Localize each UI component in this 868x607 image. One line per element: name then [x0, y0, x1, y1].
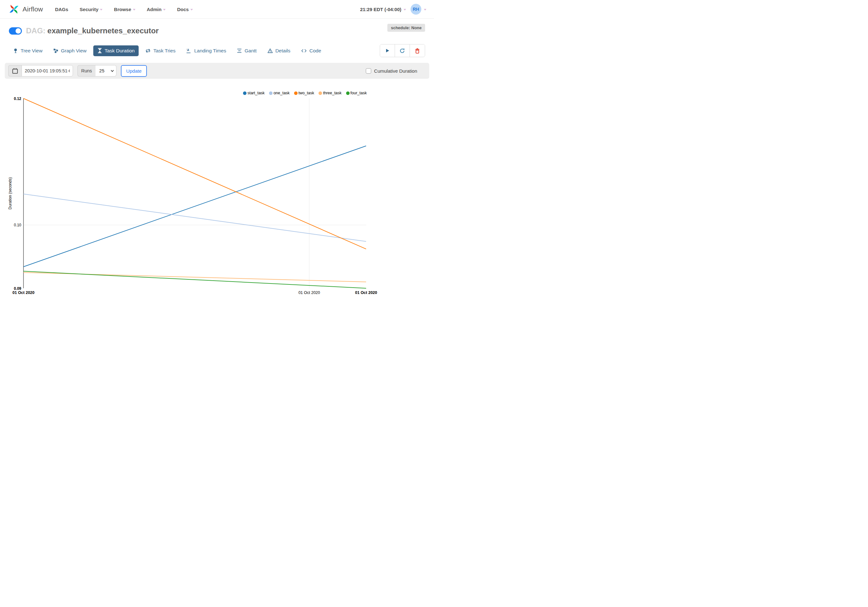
page-title: DAG:example_kubernetes_executor [26, 26, 159, 35]
tab-details[interactable]: Details [264, 45, 294, 56]
warning-triangle-icon [267, 48, 273, 53]
svg-text:✈: ✈ [186, 48, 191, 53]
airflow-brand[interactable]: Airflow [8, 3, 43, 15]
chevron-down-icon [163, 9, 166, 11]
code-brackets-icon [301, 48, 307, 53]
tab-task-duration[interactable]: Task Duration [93, 45, 139, 56]
airflow-pinwheel-icon [8, 3, 20, 15]
avatar[interactable]: RH [411, 4, 421, 15]
plane-landing-icon: ✈ [186, 48, 192, 53]
schedule-badge: schedule: None [388, 24, 425, 32]
nav-item-security[interactable]: Security [80, 7, 102, 12]
tab-code[interactable]: Code [297, 45, 325, 56]
play-icon [385, 48, 390, 53]
nav-item-browse[interactable]: Browse [114, 7, 135, 12]
x-tick-label: 01 Oct 2020 [12, 290, 34, 295]
repeat-icon [145, 48, 151, 53]
nav-item-docs[interactable]: Docs [177, 7, 193, 12]
series-line-four_task [23, 271, 366, 288]
toggle-knob [16, 28, 21, 34]
dag-name: example_kubernetes_executor [47, 26, 159, 35]
tab-graph-view[interactable]: Graph View [49, 45, 91, 56]
x-tick-label: 01 Oct 2020 [355, 290, 377, 295]
chevron-down-icon [403, 9, 406, 11]
y-tick-label: 0.10 [14, 223, 22, 227]
base-date-input[interactable] [22, 65, 73, 76]
y-axis-title: Duration (seconds) [8, 177, 12, 209]
hourglass-icon [98, 48, 102, 53]
tab-tree-view[interactable]: Tree View [9, 45, 46, 56]
top-navbar: Airflow DAGs Security Browse Admin Docs … [0, 0, 434, 19]
chevron-down-icon [133, 9, 135, 11]
cumulative-duration-checkbox[interactable] [366, 68, 371, 74]
filter-bar: Runs 25 Update Cumulative Duration [5, 63, 429, 79]
sitemap-icon [53, 48, 58, 53]
calendar-icon [12, 68, 18, 74]
chevron-down-icon [424, 9, 426, 11]
nav-item-dags[interactable]: DAGs [55, 7, 68, 12]
duration-line-chart: 0.120.100.0901 Oct 202001 Oct 202001 Oct… [0, 79, 434, 301]
gantt-bars-icon [237, 48, 242, 53]
user-menu[interactable]: RH [411, 4, 426, 15]
trigger-dag-button[interactable] [380, 45, 395, 57]
chevron-down-icon [191, 9, 193, 11]
cumulative-duration-option: Cumulative Duration [366, 68, 417, 74]
runs-label: Runs [78, 65, 96, 76]
dag-header: DAG:example_kubernetes_executor schedule… [0, 19, 434, 42]
clock-dropdown[interactable]: 21:29 EDT (-04:00) [360, 7, 406, 12]
nav-menus: DAGs Security Browse Admin Docs [55, 7, 192, 12]
dag-view-tabs: Tree View Graph View Task Duration Task … [0, 42, 434, 57]
refresh-button[interactable] [395, 45, 410, 57]
tab-landing-times[interactable]: ✈ Landing Times [182, 45, 230, 56]
x-tick-label: 01 Oct 2020 [299, 290, 320, 295]
tab-task-tries[interactable]: Task Tries [141, 45, 180, 56]
cumulative-duration-label: Cumulative Duration [374, 68, 417, 74]
dag-label: DAG: [26, 26, 45, 35]
series-line-two_task [23, 98, 366, 249]
nav-item-admin[interactable]: Admin [147, 7, 166, 12]
update-button[interactable]: Update [121, 65, 147, 77]
refresh-icon [400, 48, 405, 54]
brand-name: Airflow [23, 5, 43, 13]
task-duration-chart: start_taskone_tasktwo_taskthree_taskfour… [0, 79, 434, 301]
delete-dag-button[interactable] [410, 45, 425, 57]
trash-icon [415, 48, 420, 54]
dag-pause-toggle[interactable] [9, 27, 22, 34]
dag-action-buttons [380, 44, 425, 57]
num-runs-select[interactable]: 25 [96, 65, 116, 76]
series-line-start_task [23, 146, 366, 267]
series-line-one_task [23, 194, 366, 242]
chevron-down-icon [100, 9, 102, 11]
pin-icon [13, 48, 18, 53]
y-tick-label: 0.12 [14, 96, 22, 101]
tab-gantt[interactable]: Gantt [233, 45, 261, 56]
calendar-addon[interactable] [8, 65, 22, 76]
y-tick-label: 0.09 [14, 286, 22, 291]
